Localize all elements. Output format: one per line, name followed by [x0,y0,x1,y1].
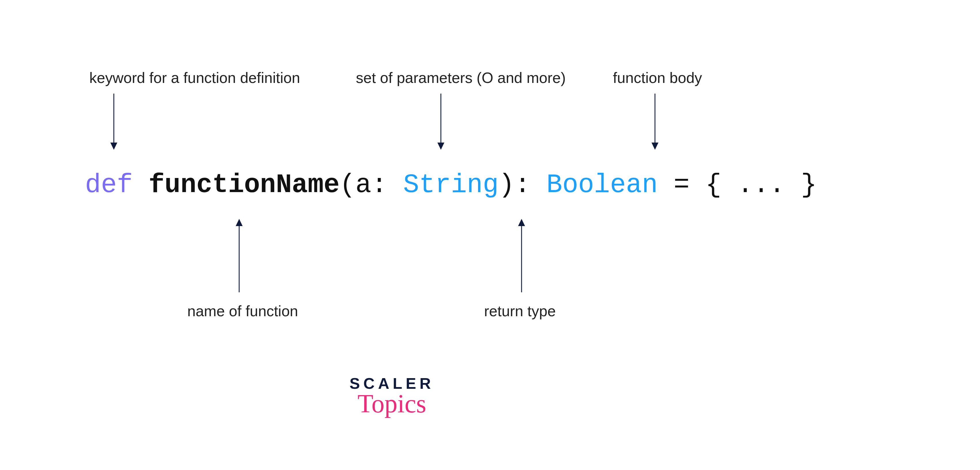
svg-marker-3 [438,143,444,150]
arrow-return-icon [516,218,527,292]
code-keyword: def [85,170,133,200]
logo: SCALER Topics [334,375,450,418]
arrow-parameters-icon [435,94,447,151]
svg-marker-1 [110,143,117,150]
code-function-name: functionName [149,170,340,200]
svg-marker-9 [518,219,525,226]
label-parameters: set of parameters (O and more) [356,69,566,86]
arrow-name-icon [234,218,245,292]
code-tail: = { ... } [658,170,817,200]
code-open-paren: ( [339,170,355,200]
label-body: function body [613,69,702,86]
label-keyword: keyword for a function definition [89,69,300,86]
code-param-name: a [356,170,371,200]
svg-marker-7 [236,219,243,226]
code-colon: : [515,170,530,200]
code-space [387,170,403,200]
code-line: def functionName(a: String): Boolean = {… [85,170,817,200]
code-colon: : [371,170,387,200]
label-name: name of function [187,302,298,320]
code-param-type: String [403,170,498,200]
code-space [530,170,546,200]
code-close-paren: ) [499,170,515,200]
arrow-body-icon [649,94,661,151]
logo-topics-text: Topics [334,389,450,418]
label-return: return type [484,302,556,320]
arrow-keyword-icon [108,94,119,151]
code-return-type: Boolean [546,170,657,200]
svg-marker-5 [652,143,659,150]
code-space [133,170,149,200]
